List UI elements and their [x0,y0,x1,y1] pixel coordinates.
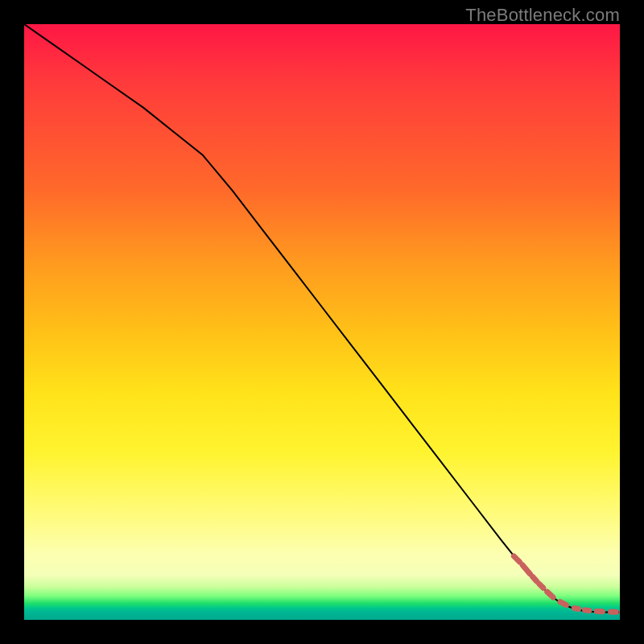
tail-dash [514,556,519,562]
tail-markers-group [514,556,620,615]
tail-end-dot [619,609,620,615]
tail-dash [585,610,589,611]
tail-dash [560,602,567,605]
plot-area [24,24,620,620]
tail-dash [522,565,530,574]
chart-overlay [24,24,620,620]
tail-dash [574,608,578,609]
bottleneck-curve [24,24,620,612]
tail-dash [533,576,537,581]
watermark-text: TheBottleneck.com [465,5,620,26]
chart-frame: TheBottleneck.com [0,0,644,644]
tail-dash [547,592,553,597]
tail-dash [539,584,543,588]
